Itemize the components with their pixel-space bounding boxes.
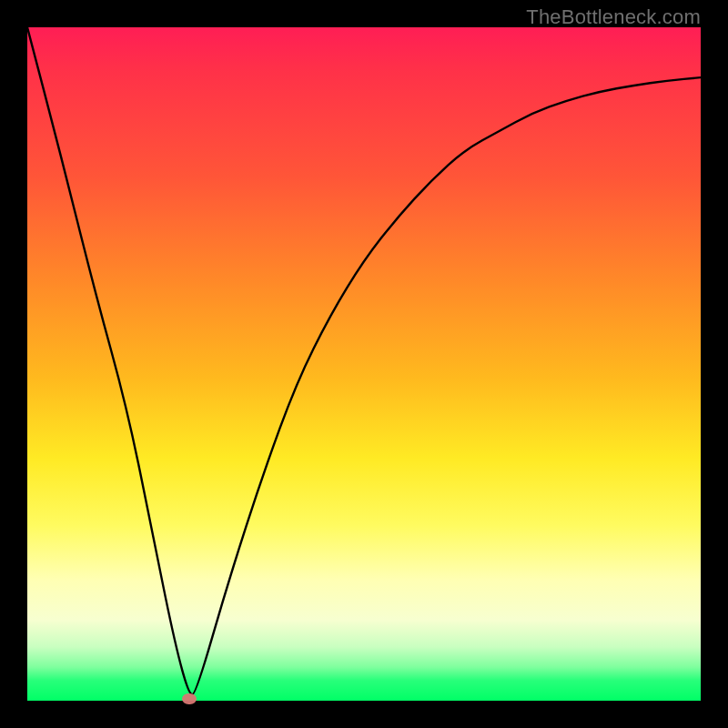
bottleneck-marker (182, 693, 197, 704)
curve-path (27, 27, 701, 694)
chart-frame: TheBottleneck.com (0, 0, 728, 728)
bottleneck-curve (27, 27, 701, 701)
plot-area (27, 27, 701, 701)
watermark-label: TheBottleneck.com (526, 5, 701, 29)
